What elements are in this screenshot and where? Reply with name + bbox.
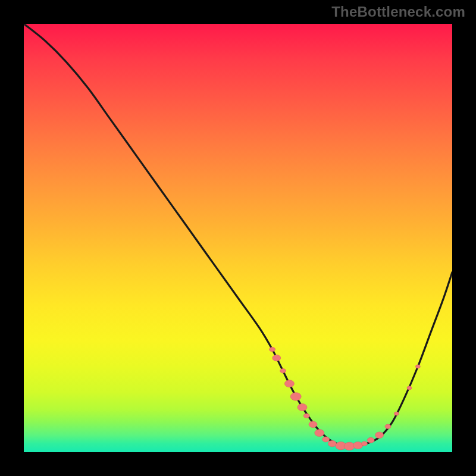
marker-dot — [270, 347, 275, 352]
marker-dot — [361, 441, 367, 446]
marker-dot — [407, 386, 412, 390]
chart-frame: { "watermark": "TheBottleneck.com", "col… — [0, 0, 476, 476]
curve-layer — [24, 24, 452, 452]
marker-dot — [394, 412, 399, 415]
marker-dot — [280, 368, 286, 373]
marker-dot — [375, 432, 384, 439]
marker-dot — [385, 424, 391, 429]
watermark-text: TheBottleneck.com — [331, 4, 465, 20]
marker-dot — [290, 393, 301, 401]
marker-dot — [315, 430, 324, 437]
bottleneck-curve — [24, 24, 452, 446]
marker-dot — [367, 437, 374, 443]
data-markers — [270, 347, 421, 450]
marker-dot — [353, 441, 363, 449]
marker-dot — [298, 403, 307, 411]
marker-dot — [309, 421, 317, 428]
marker-dot — [322, 437, 330, 442]
marker-dot — [415, 365, 420, 368]
marker-dot — [344, 442, 355, 450]
marker-dot — [284, 380, 294, 387]
plot-area — [24, 24, 452, 452]
marker-dot — [328, 440, 336, 447]
marker-dot — [273, 355, 281, 361]
marker-dot — [303, 414, 309, 418]
